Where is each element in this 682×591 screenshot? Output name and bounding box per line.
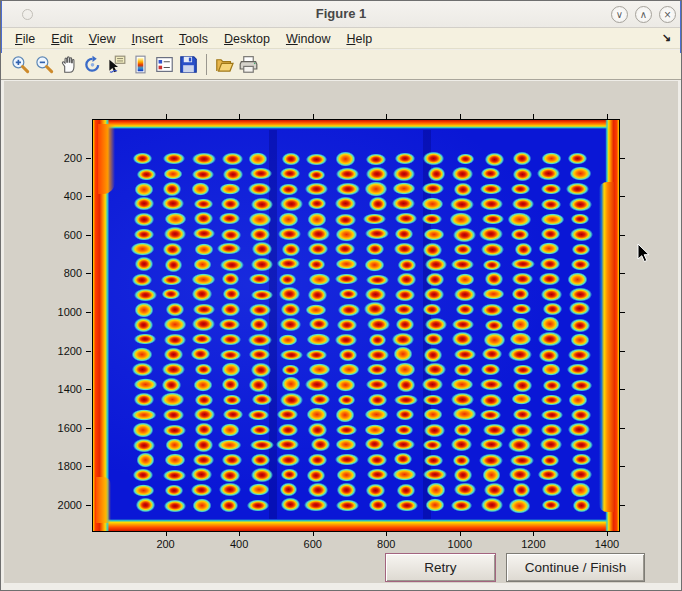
heatmap-spot [540,198,563,210]
heatmap-spot [540,213,565,226]
heatmap-spot [542,379,562,392]
heatmap-spot [568,393,588,406]
zoom-out-icon[interactable] [34,53,57,76]
heatmap [92,119,620,532]
heatmap-spot [540,409,564,421]
dock-figure-icon[interactable]: ↘ [662,31,671,44]
colorbar-icon[interactable] [130,53,153,76]
rotate-3d-icon[interactable] [82,53,105,76]
heatmap-spot [162,181,181,197]
heatmap-spot [366,348,389,362]
menu-file[interactable]: File [15,32,35,46]
menu-tools[interactable]: Tools [179,32,208,46]
menu-view[interactable]: View [89,32,116,46]
y-tick-right [620,196,625,197]
heatmap-spot [569,318,591,333]
heatmap-spot [279,392,304,408]
heatmap-spot [368,333,387,347]
y-tick-label: 1000 [40,306,82,318]
heatmap-spot [449,212,473,227]
window-title: Figure 1 [1,6,681,21]
save-icon[interactable] [178,53,201,76]
zoom-in-icon[interactable] [10,53,33,76]
heatmap-spot [541,363,562,376]
close-button[interactable]: × [659,6,676,23]
heatmap-spot [540,287,562,302]
heatmap-spot [219,258,245,272]
heatmap-spot [365,242,385,257]
y-tick-label: 800 [40,267,82,279]
pan-icon[interactable] [58,53,81,76]
heatmap-spot [479,409,501,421]
menu-edit[interactable]: Edit [51,32,73,46]
menu-help[interactable]: Help [346,32,372,46]
toolbar-separator [206,54,207,75]
menu-window[interactable]: Window [286,32,330,46]
heatmap-spot [452,454,471,467]
data-cursor-icon[interactable] [106,53,129,76]
y-tick [86,351,91,352]
heatmap-spot [450,378,474,391]
heatmap-spot [480,242,504,257]
heatmap-spot [250,289,274,301]
heatmap-spot [392,166,416,182]
heatmap-spot [305,304,327,316]
heatmap-spot [479,378,503,391]
retry-button[interactable]: Retry [385,553,496,582]
heatmap-spot [221,272,240,286]
heatmap-spot [133,288,159,302]
desktop-edge-right [680,1,681,53]
heatmap-spot [567,348,592,361]
print-icon[interactable] [238,53,261,76]
heatmap-spot [450,392,475,407]
heatmap-spot [280,302,301,317]
heatmap-spot [248,483,270,495]
heatmap-spot [304,377,330,392]
heatmap-spot [367,393,389,407]
insert-legend-icon[interactable] [154,53,177,76]
heatmap-spot [456,153,475,165]
heatmap-spot [279,317,302,332]
heatmap-spot [392,468,417,481]
heatmap-spot [426,482,446,498]
heatmap-spot [539,257,561,270]
heatmap-spot [453,423,473,437]
maximize-button[interactable]: ∧ [635,6,652,23]
y-tick [86,466,91,467]
menu-desktop[interactable]: Desktop [224,32,270,46]
heatmap-spot [219,498,239,513]
heatmap-spot [163,347,184,362]
heatmap-spot [134,182,154,197]
y-tick [86,389,91,390]
heatmap-spot [512,378,532,393]
heatmap-spot [482,467,501,482]
y-tick-right [620,466,625,467]
heatmap-spot [423,454,443,466]
heatmap-spot [364,287,388,302]
titlebar[interactable]: Figure 1 ∨ ∧ × [1,1,681,28]
heatmap-spot [567,272,588,287]
heatmap-spot [511,197,535,212]
heatmap-spot [217,439,242,451]
heatmap-spot [193,437,214,452]
shade-button[interactable]: ∨ [611,6,628,23]
heatmap-spot [571,243,590,256]
heatmap-spot [335,378,356,391]
menu-insert[interactable]: Insert [132,32,163,46]
heatmap-spot [307,242,328,256]
heatmap-spot [221,453,243,467]
heatmap-spot [307,258,326,271]
heatmap-spot [450,499,473,512]
heatmap-spot [191,286,212,302]
heatmap-spot [481,213,505,226]
heatmap-spot [307,169,326,181]
heatmap-spot [163,168,184,180]
heatmap-spot [423,423,446,438]
heatmap-spot [368,196,388,212]
heatmap-spot [512,167,532,181]
heatmap-spot [424,257,449,272]
y-tick [86,235,91,236]
continue-finish-button[interactable]: Continue / Finish [506,553,645,582]
heatmap-spot [397,258,417,272]
open-icon[interactable] [214,53,237,76]
